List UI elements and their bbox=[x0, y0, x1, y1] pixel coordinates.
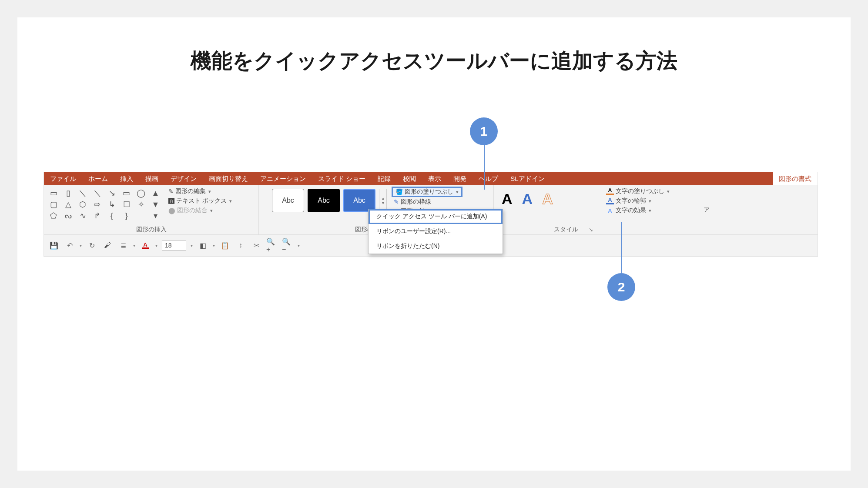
text-outline-icon: A bbox=[606, 197, 614, 204]
callout-1-badge: 1 bbox=[470, 117, 498, 145]
qat-font-size-input[interactable]: 18 bbox=[162, 240, 186, 251]
wordart-sample-2[interactable]: A bbox=[522, 191, 533, 207]
shape-line-icon[interactable]: ＼ bbox=[77, 188, 88, 198]
page-title: 機能をクイックアクセスツールバーに追加する方法 bbox=[44, 47, 824, 75]
tab-shape-format[interactable]: 図形の書式 bbox=[773, 172, 818, 185]
shape-scribble-icon[interactable]: ᔓ bbox=[63, 211, 74, 221]
qat-zoom-in-icon[interactable]: 🔍+ bbox=[266, 240, 278, 251]
shape-arrow-icon[interactable]: ⇨ bbox=[92, 199, 103, 210]
tab-slideshow[interactable]: スライド ショー bbox=[312, 172, 372, 185]
shape-curve-icon[interactable]: ∿ bbox=[77, 211, 88, 221]
menu-customize-ribbon-label: リボンのユーザー設定(R)... bbox=[376, 227, 451, 234]
edit-shapes-button[interactable]: ✎ 図形の編集 ▾ bbox=[168, 187, 233, 196]
shape-outline-button[interactable]: ✎ 図形の枠線 bbox=[392, 197, 462, 206]
text-box-icon: 🅰 bbox=[168, 197, 174, 204]
wordart-dialog-launcher[interactable]: ↘ bbox=[589, 227, 593, 233]
shape-arrowline-icon[interactable]: ↘ bbox=[107, 188, 117, 198]
qat-undo-icon[interactable]: ↶ bbox=[64, 240, 75, 251]
wordart-sample-3[interactable]: A bbox=[542, 191, 553, 207]
shape-line2-icon[interactable]: ＼ bbox=[92, 188, 103, 198]
paint-bucket-icon: 🪣 bbox=[395, 188, 403, 195]
tab-transitions[interactable]: 画面切り替え bbox=[203, 172, 254, 185]
shapes-gallery[interactable]: ▭ ▯ ＼ ＼ ↘ ▭ ◯ ▲ ▢ △ ⬡ ⇨ ↳ ☐ ✧ bbox=[47, 187, 165, 222]
tab-design[interactable]: デザイン bbox=[164, 172, 203, 185]
text-outline-label: 文字の輪郭 bbox=[616, 197, 646, 205]
shape-outline-label: 図形の枠線 bbox=[401, 198, 431, 206]
shape-star-icon[interactable]: ✧ bbox=[136, 199, 146, 210]
text-effects-button[interactable]: A 文字の効果 ▾ bbox=[605, 206, 670, 215]
chevron-down-icon: ▾ bbox=[210, 208, 213, 214]
qat-zoom-out-icon[interactable]: 🔍− bbox=[282, 240, 293, 251]
shape-oval-icon[interactable]: ◯ bbox=[136, 188, 146, 198]
qat-font-color-dropdown[interactable]: ▾ bbox=[155, 243, 158, 248]
ribbon-overflow-clip: ア bbox=[703, 185, 710, 234]
qat-font-size-dropdown[interactable]: ▾ bbox=[191, 243, 193, 248]
qat-shapes-icon[interactable]: ◧ bbox=[197, 240, 208, 251]
tab-insert[interactable]: 挿入 bbox=[114, 172, 139, 185]
text-fill-button[interactable]: A 文字の塗りつぶし ▾ bbox=[605, 187, 670, 196]
shape-textbox2-icon[interactable]: ▯ bbox=[63, 188, 74, 198]
shape-gallery-up-icon[interactable]: ▲ bbox=[151, 188, 161, 198]
callout-1-line bbox=[484, 145, 485, 190]
text-box-button[interactable]: 🅰 テキスト ボックス ▾ bbox=[168, 197, 233, 205]
shape-freeform-icon[interactable]: ⬠ bbox=[48, 211, 59, 221]
group-wordart-label-fragment: スタイル ↘ bbox=[497, 225, 595, 234]
overflow-text: ア bbox=[704, 206, 710, 214]
tab-animations[interactable]: アニメーション bbox=[254, 172, 312, 185]
qat-font-color-icon[interactable]: A bbox=[140, 240, 151, 251]
qat-customize-dropdown[interactable]: ▾ bbox=[298, 243, 300, 248]
style-swatch-2[interactable]: Abc bbox=[308, 189, 340, 212]
merge-shapes-label: 図形の結合 bbox=[177, 207, 208, 214]
tab-home[interactable]: ホーム bbox=[82, 172, 114, 185]
shape-gallery-more-icon[interactable]: ▾ bbox=[151, 211, 161, 221]
chevron-down-icon: ▾ bbox=[208, 189, 211, 194]
merge-shapes-button: ⬤ 図形の結合 ▾ bbox=[168, 206, 233, 215]
tab-help[interactable]: ヘルプ bbox=[473, 172, 504, 185]
shape-connector2-icon[interactable]: ↱ bbox=[92, 211, 103, 221]
tab-record[interactable]: 記録 bbox=[372, 172, 397, 185]
callout-2-badge: 2 bbox=[607, 273, 635, 301]
qat-eyedropper-icon[interactable]: ✂ bbox=[251, 240, 262, 251]
shape-triangle-icon[interactable]: △ bbox=[63, 199, 74, 210]
merge-shapes-icon: ⬤ bbox=[168, 207, 175, 214]
wordart-preview[interactable]: A A A bbox=[497, 187, 595, 207]
shape-brace-l-icon[interactable]: { bbox=[107, 211, 117, 221]
chevron-down-icon: ▾ bbox=[649, 198, 651, 204]
shape-textbox-icon[interactable]: ▭ bbox=[48, 188, 59, 198]
ribbon-tabs: ファイル ホーム 挿入 描画 デザイン 画面切り替え アニメーション スライド … bbox=[44, 172, 818, 185]
tab-view[interactable]: 表示 bbox=[422, 172, 447, 185]
text-outline-button[interactable]: A 文字の輪郭 ▾ bbox=[605, 197, 670, 205]
style-swatch-1[interactable]: Abc bbox=[272, 189, 304, 212]
shape-connector-icon[interactable]: ↳ bbox=[107, 199, 117, 210]
qat-format-painter-icon[interactable]: 🖌 bbox=[102, 240, 113, 251]
chevron-down-icon: ▾ bbox=[667, 189, 670, 194]
menu-add-to-qat[interactable]: クイック アクセス ツール バーに追加(A) bbox=[369, 209, 503, 224]
shape-callout-icon[interactable]: ☐ bbox=[121, 199, 132, 210]
qat-shapes-dropdown[interactable]: ▾ bbox=[213, 243, 215, 248]
qat-bullets-dropdown[interactable]: ▾ bbox=[133, 243, 135, 248]
shape-hexagon-icon[interactable]: ⬡ bbox=[77, 199, 88, 210]
qat-save-icon[interactable]: 💾 bbox=[48, 240, 60, 251]
qat-line-spacing-icon[interactable]: ↕ bbox=[235, 240, 246, 251]
qat-undo-dropdown[interactable]: ▾ bbox=[80, 243, 82, 248]
tab-file[interactable]: ファイル bbox=[44, 172, 82, 185]
shape-brace-r-icon[interactable]: } bbox=[121, 211, 132, 221]
group-insert-shapes: ▭ ▯ ＼ ＼ ↘ ▭ ◯ ▲ ▢ △ ⬡ ⇨ ↳ ☐ ✧ bbox=[44, 185, 259, 234]
edit-shapes-icon: ✎ bbox=[168, 188, 174, 195]
shape-rect-icon[interactable]: ▭ bbox=[121, 188, 132, 198]
tab-developer[interactable]: 開発 bbox=[447, 172, 473, 185]
menu-customize-ribbon[interactable]: リボンのユーザー設定(R)... bbox=[369, 224, 503, 239]
tab-sladdin[interactable]: SLアドイン bbox=[504, 172, 550, 185]
qat-redo-icon[interactable]: ↻ bbox=[86, 240, 97, 251]
tab-review[interactable]: 校閲 bbox=[397, 172, 422, 185]
shape-roundrect-icon[interactable]: ▢ bbox=[48, 199, 59, 210]
group-insert-shapes-label: 図形の挿入 bbox=[47, 225, 255, 234]
shape-fill-button[interactable]: 🪣 図形の塗りつぶし ▾ bbox=[392, 187, 462, 197]
qat-paste-icon[interactable]: 📋 bbox=[219, 240, 231, 251]
menu-collapse-ribbon[interactable]: リボンを折りたたむ(N) bbox=[369, 239, 503, 254]
qat-bullets-icon[interactable]: ≣ bbox=[117, 240, 129, 251]
shape-gallery-down-icon[interactable]: ▼ bbox=[151, 199, 161, 210]
tab-draw[interactable]: 描画 bbox=[139, 172, 164, 185]
wordart-sample-1[interactable]: A bbox=[502, 191, 513, 207]
pen-outline-icon: ✎ bbox=[394, 198, 399, 205]
